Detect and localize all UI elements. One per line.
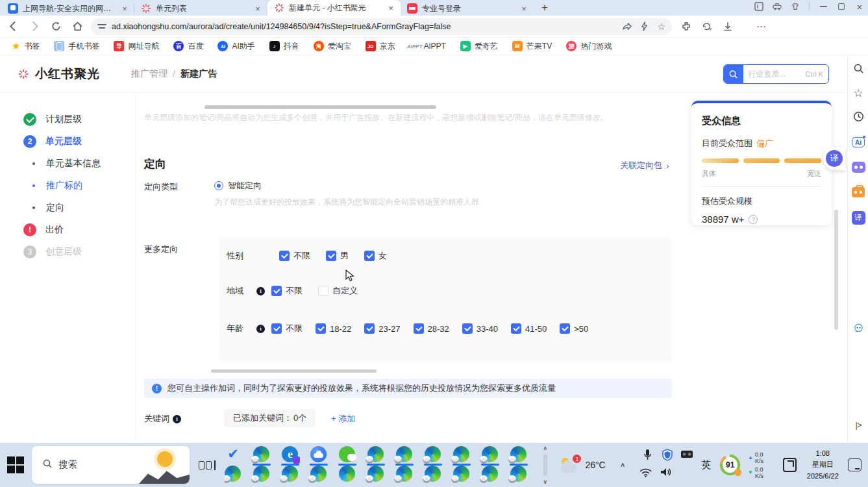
checkbox-checked-icon[interactable] [316,323,326,334]
checkbox-checked-icon[interactable] [364,323,375,334]
info-icon[interactable]: i [256,325,265,333]
edge-window[interactable] [367,466,384,482]
checkbox-age-33-40[interactable]: 33-40 [462,323,498,334]
security-shield-icon[interactable] [662,449,673,461]
checkbox-unchecked-icon[interactable] [318,286,329,296]
extension-icon[interactable] [681,21,691,32]
favorite-star-icon[interactable]: ☆ [657,22,665,31]
edge-window[interactable] [225,466,242,482]
step-promotion-target[interactable]: 推广标的 [0,175,136,197]
checkbox-checked-icon[interactable] [271,323,282,334]
start-button[interactable] [6,455,25,475]
radio-smart-targeting[interactable]: 智能定向 [214,180,262,192]
edge-window[interactable] [453,446,470,466]
bookmark-item[interactable]: 游热门游戏 [566,41,612,52]
gamepad-icon[interactable] [848,162,868,173]
toolbox-icon[interactable] [848,187,868,197]
wechat-app[interactable] [339,446,356,466]
checkbox-checked-icon[interactable] [271,286,282,296]
step-targeting[interactable]: 定向 [0,197,136,219]
bookmark-item[interactable]: AiPPTAiPPT [410,41,446,51]
edge-window[interactable] [310,466,327,482]
tab-unit-list[interactable]: 单元列表 × [134,1,267,16]
notification-center-icon[interactable] [848,458,862,471]
back-icon[interactable] [5,18,21,35]
horizontal-scrollbar[interactable] [211,369,377,373]
checkbox-age-23-27[interactable]: 23-27 [364,323,400,334]
speaker-icon[interactable] [660,467,672,477]
bookmark-item[interactable]: 导网址导航 [114,41,159,52]
bookmark-item[interactable]: AIAI助手 [217,41,254,52]
breadcrumb-section[interactable]: 推广管理 [131,68,167,80]
checkbox-region-custom[interactable]: 自定义 [318,285,358,297]
checkbox-age-unlimited[interactable]: 不限 [271,323,303,334]
edge-window[interactable] [339,466,356,482]
taskbar-search[interactable]: 搜索 [32,446,190,484]
wifi-icon[interactable] [639,468,652,477]
bookmark-item[interactable]: ▶爱奇艺 [460,41,498,52]
checkbox-age-18-22[interactable]: 18-22 [316,323,351,334]
edge-window[interactable] [425,446,441,466]
bookmark-item[interactable]: 淘爱淘宝 [314,41,351,52]
checkbox-region-unlimited[interactable]: 不限 [271,285,303,297]
edge-window[interactable] [396,466,413,482]
game-center-icon[interactable] [773,2,782,11]
input-method-indicator[interactable]: 英 [701,459,711,471]
new-tab-button[interactable]: + [539,2,551,14]
url-text[interactable]: ad.xiaohongshu.com/aurora/ad/create/unit… [112,22,617,31]
add-keyword-button[interactable]: + 添加 [331,413,355,425]
share-icon[interactable] [622,21,632,31]
step-unit-basic-info[interactable]: 单元基本信息 [0,153,136,175]
checkbox-checked-icon[interactable] [462,323,473,334]
edge-window[interactable] [282,466,299,482]
split-screen-icon[interactable] [754,2,763,11]
favorites-star-icon[interactable]: ☆ [848,86,868,100]
logo[interactable]: 小红书聚光 [18,66,100,82]
edge-window[interactable] [482,446,499,466]
tab-close-icon[interactable]: × [519,4,528,14]
bookmark-item[interactable]: JD京东 [366,41,395,52]
checkbox-checked-icon[interactable] [511,323,521,334]
battery-ring[interactable]: 91 [720,455,740,475]
bookmark-item[interactable]: ★书签 [12,41,40,52]
close-button[interactable]: × [855,2,864,11]
search-highlight-image[interactable] [139,446,190,484]
tab-new-unit-active[interactable]: 新建单元 - 小红书聚光 × [267,0,401,16]
taskbar-clock[interactable]: 1:08 星期日 2025/6/22 [807,448,839,481]
checkbox-checked-icon[interactable] [560,323,570,334]
tape-drive-icon[interactable] [681,450,694,458]
forward-icon[interactable] [26,18,43,35]
search-input[interactable] [743,69,806,79]
checkbox-age-50plus[interactable]: >50 [560,323,588,334]
home-icon[interactable] [69,18,86,35]
refresh-icon[interactable] [47,18,64,35]
microphone-icon[interactable] [643,449,652,462]
page-vertical-scrollbar[interactable] [834,210,838,330]
checkbox-checked-icon[interactable] [414,323,424,334]
step-creative-level[interactable]: 3创意层级 [0,241,136,263]
quark-window[interactable] [310,446,327,466]
info-icon[interactable]: i [256,287,265,295]
checkbox-gender-male[interactable]: 男 [326,250,349,262]
edge-window[interactable] [453,466,470,482]
weather-widget[interactable]: 1 26°C [560,457,605,473]
ie-edge-window[interactable]: e [282,446,299,466]
checkbox-age-28-32[interactable]: 28-32 [414,323,449,334]
edge-window[interactable] [510,446,527,466]
tray-overflow-chevron[interactable]: ∧ [620,461,626,468]
tab-close-icon[interactable]: × [386,3,395,13]
edge-window[interactable] [253,466,270,482]
task-view-button[interactable] [199,460,216,470]
chat-assistant-icon[interactable] [848,323,868,334]
tab-close-icon[interactable]: × [120,4,129,14]
search-icon[interactable] [848,63,868,74]
checkbox-checked-icon[interactable] [364,251,375,261]
ai-panel-icon[interactable]: Ai [848,137,868,147]
checkbox-gender-female[interactable]: 女 [364,250,387,262]
horizontal-scrollbar[interactable] [205,105,436,109]
checkbox-age-41-50[interactable]: 41-50 [511,323,547,334]
address-bar[interactable]: ad.xiaohongshu.com/aurora/ad/create/unit… [91,18,672,35]
radio-selected-icon[interactable] [214,181,223,190]
link-targeting-package[interactable]: 关联定向包› [620,160,669,171]
checkbox-gender-unlimited[interactable]: 不限 [279,250,310,262]
